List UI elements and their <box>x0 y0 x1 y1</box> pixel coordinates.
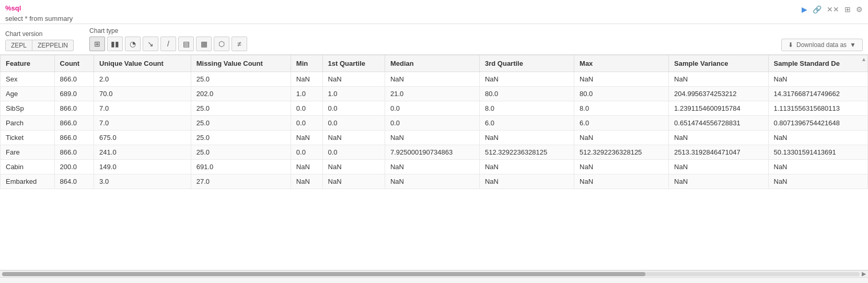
close-icon[interactable]: ✕✕ <box>827 5 839 14</box>
col-3rd-quartile: 3rd Quartile <box>479 55 574 72</box>
table-row: SibSp866.07.025.00.00.00.08.08.01.239115… <box>1 101 868 116</box>
scroll-right-arrow[interactable]: ▶ <box>862 270 866 277</box>
table-cell: 1.2391154600915784 <box>669 101 768 116</box>
version-buttons: ZEPL ZEPPELIN <box>5 40 74 51</box>
table-cell: 25.0 <box>191 131 291 145</box>
table-cell: 7.0 <box>94 116 191 131</box>
chart-btn-line[interactable]: / <box>160 37 176 51</box>
table-cell: NaN <box>479 174 574 189</box>
table-cell: 7.0 <box>94 101 191 116</box>
table-cell: 866.0 <box>54 72 94 87</box>
run-icon[interactable]: ▶ <box>802 5 807 14</box>
table-cell: 50.13301591413691 <box>768 145 868 160</box>
download-label: Download data as <box>796 41 847 49</box>
table-cell: 202.0 <box>191 87 291 101</box>
table-cell: 0.6514744556728831 <box>669 116 768 131</box>
link-icon[interactable]: 🔗 <box>813 5 821 14</box>
h-scroll-thumb[interactable] <box>2 272 645 276</box>
table-cell: 14.317668714749662 <box>768 87 868 101</box>
table-cell: NaN <box>574 174 669 189</box>
table-cell: 866.0 <box>54 116 94 131</box>
table-cell: 204.9956374253212 <box>669 87 768 101</box>
col-median: Median <box>385 55 479 72</box>
top-icons: ▶ 🔗 ✕✕ ⊞ ⚙ <box>802 3 863 14</box>
table-cell: NaN <box>479 72 574 87</box>
data-table: Feature Count Unique Value Count Missing… <box>0 55 868 189</box>
version-zeppelin-button[interactable]: ZEPPELIN <box>32 40 74 51</box>
table-row: Parch866.07.025.00.00.00.06.06.00.651474… <box>1 116 868 131</box>
table-cell: 0.8071396754421648 <box>768 116 868 131</box>
table-cell: NaN <box>291 160 322 174</box>
scroll-up-indicator: ▲ <box>861 56 866 62</box>
table-cell: 2513.3192846471047 <box>669 145 768 160</box>
table-cell: NaN <box>385 174 479 189</box>
col-count: Count <box>54 55 94 72</box>
table-cell: NaN <box>291 72 322 87</box>
download-button[interactable]: ⬇ Download data as ▼ <box>781 39 863 51</box>
table-row: Fare866.0241.025.00.00.07.92500019073486… <box>1 145 868 160</box>
table-row: Cabin200.0149.0691.0NaNNaNNaNNaNNaNNaNNa… <box>1 160 868 174</box>
sql-percent: %sql <box>5 4 21 12</box>
table-row: Ticket866.0675.025.0NaNNaNNaNNaNNaNNaNNa… <box>1 131 868 145</box>
download-icon: ⬇ <box>788 41 793 49</box>
table-cell: NaN <box>669 131 768 145</box>
chart-btn-pie[interactable]: ◔ <box>125 37 141 51</box>
table-cell: Parch <box>1 116 55 131</box>
table-cell: NaN <box>322 131 385 145</box>
table-cell: 0.0 <box>385 116 479 131</box>
table-cell: NaN <box>768 131 868 145</box>
table-container[interactable]: Feature Count Unique Value Count Missing… <box>0 55 868 270</box>
chart-btn-heatmap[interactable]: ▦ <box>196 37 212 51</box>
table-cell: 0.0 <box>291 101 322 116</box>
chart-btn-network[interactable]: ⬡ <box>214 37 229 51</box>
chart-type-label: Chart type <box>89 27 247 34</box>
grid-icon[interactable]: ⊞ <box>844 5 851 14</box>
table-cell: 8.0 <box>479 101 574 116</box>
h-scroll-track[interactable] <box>2 272 860 276</box>
table-cell: 1.0 <box>291 87 322 101</box>
table-cell: NaN <box>322 174 385 189</box>
table-cell: 0.0 <box>291 116 322 131</box>
col-feature: Feature <box>1 55 55 72</box>
chart-btn-other[interactable]: ≠ <box>232 37 247 51</box>
chart-version-group: Chart version ZEPL ZEPPELIN <box>5 30 74 51</box>
chart-type-buttons: ⊞ ▮▮ ◔ ↘ / ▤ ▦ ⬡ ≠ <box>89 37 247 51</box>
table-cell: 27.0 <box>191 174 291 189</box>
table-cell: 0.0 <box>322 101 385 116</box>
table-cell: 0.0 <box>385 101 479 116</box>
chart-btn-bar[interactable]: ▮▮ <box>107 37 123 51</box>
sql-text: select * from summary <box>5 15 73 22</box>
table-cell: 689.0 <box>54 87 94 101</box>
col-1st-quartile: 1st Quartile <box>322 55 385 72</box>
table-cell: NaN <box>574 160 669 174</box>
chart-version-label: Chart version <box>5 30 74 38</box>
table-cell: NaN <box>479 131 574 145</box>
table-cell: 80.0 <box>479 87 574 101</box>
table-cell: 691.0 <box>191 160 291 174</box>
col-min: Min <box>291 55 322 72</box>
table-cell: NaN <box>291 174 322 189</box>
settings-icon[interactable]: ⚙ <box>856 5 863 14</box>
table-cell: 200.0 <box>54 160 94 174</box>
table-cell: Embarked <box>1 174 55 189</box>
table-cell: 70.0 <box>94 87 191 101</box>
chart-btn-table[interactable]: ⊞ <box>89 37 105 51</box>
table-cell: 0.0 <box>322 116 385 131</box>
chart-btn-area[interactable]: ▤ <box>178 37 194 51</box>
scrollbar-row[interactable]: ▶ <box>0 270 868 277</box>
table-cell: 866.0 <box>54 131 94 145</box>
table-cell: 8.0 <box>574 101 669 116</box>
col-max: Max <box>574 55 669 72</box>
table-cell: 864.0 <box>54 174 94 189</box>
sql-block: %sql select * from summary <box>5 3 73 23</box>
version-zepl-button[interactable]: ZEPL <box>5 40 32 51</box>
table-cell: 1.0 <box>322 87 385 101</box>
table-cell: 25.0 <box>191 145 291 160</box>
table-cell: NaN <box>291 131 322 145</box>
chart-btn-scatter[interactable]: ↘ <box>143 37 158 51</box>
table-cell: NaN <box>385 160 479 174</box>
table-cell: NaN <box>385 72 479 87</box>
table-cell: 149.0 <box>94 160 191 174</box>
table-row: Sex866.02.025.0NaNNaNNaNNaNNaNNaNNaN <box>1 72 868 87</box>
table-header-row: Feature Count Unique Value Count Missing… <box>1 55 868 72</box>
